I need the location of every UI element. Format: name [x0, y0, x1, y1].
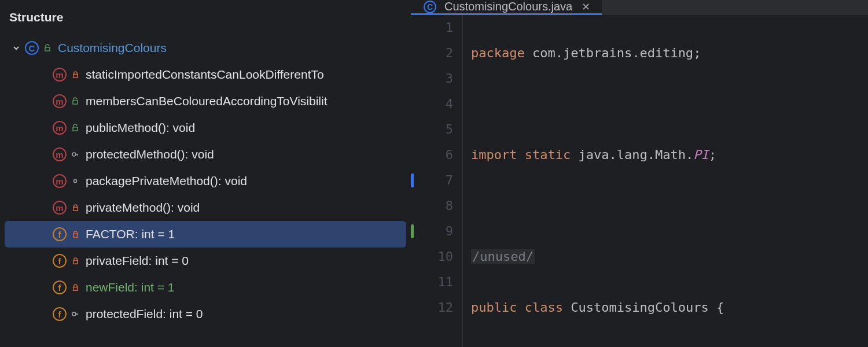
tree-item-label: protectedMethod(): void [82, 147, 214, 161]
tree-item[interactable]: m staticImportedConstantsCanLookDifferen… [0, 61, 411, 88]
line-number: 12 [411, 295, 453, 320]
public-lock-icon [68, 124, 82, 132]
line-number: 10 [411, 244, 453, 270]
private-lock-icon [68, 257, 82, 265]
tree-item-label: membersCanBeColouredAccordingToVisibilit [82, 94, 327, 108]
code-content[interactable]: package com.jetbrains.editing; import st… [463, 15, 868, 347]
tree-item[interactable]: m packagePrivateMethod(): void [0, 168, 411, 194]
class-icon: C [23, 41, 41, 55]
field-icon: f [51, 307, 68, 321]
protected-key-icon [68, 150, 82, 158]
field-icon: f [51, 254, 68, 268]
public-lock-icon [68, 97, 82, 105]
editor-panel: C CustomisingColours.java ✕ 1 2 3 4 5 6 … [411, 0, 868, 347]
tree-item-label: packagePrivateMethod(): void [82, 174, 247, 188]
private-lock-icon [68, 204, 82, 212]
package-visibility-icon [68, 178, 82, 184]
structure-title: Structure [0, 0, 411, 35]
line-number: 9 [411, 219, 453, 244]
tree-item-label: privateField: int = 0 [82, 254, 189, 268]
tree-item[interactable]: f newField: int = 1 [0, 274, 411, 301]
public-lock-icon [41, 44, 54, 52]
line-number: 8 [411, 193, 453, 219]
line-number: 3 [411, 66, 453, 91]
method-icon: m [51, 147, 68, 161]
field-icon: f [51, 280, 68, 294]
svg-point-2 [72, 312, 76, 316]
gutter: 1 2 3 4 5 6 7 8 9 10 11 12 [411, 15, 463, 347]
private-lock-icon [68, 231, 82, 238]
tree-item[interactable]: m membersCanBeColouredAccordingToVisibil… [0, 88, 411, 115]
tree-item-label: FACTOR: int = 1 [82, 227, 175, 241]
method-icon: m [51, 201, 68, 215]
tab-bar: C CustomisingColours.java ✕ [411, 0, 868, 15]
line-number: 1 [411, 15, 453, 40]
tab-filename: CustomisingColours.java [444, 0, 572, 13]
tree-item[interactable]: m publicMethod(): void [0, 115, 411, 141]
structure-tree: C CustomisingColours m staticImportedCon… [0, 35, 411, 347]
class-icon: C [421, 1, 439, 13]
tree-root-label: CustomisingColours [54, 41, 167, 55]
tree-item-label: protectedField: int = 0 [82, 307, 203, 321]
chevron-down-icon[interactable] [9, 44, 23, 52]
tree-item-label: privateMethod(): void [82, 201, 200, 215]
change-marker-added-icon [411, 224, 414, 238]
tree-item[interactable]: m protectedMethod(): void [0, 141, 411, 168]
tree-item[interactable]: m privateMethod(): void [0, 194, 411, 221]
change-marker-modified-icon [411, 174, 414, 187]
tree-item[interactable]: f privateField: int = 0 [0, 248, 411, 274]
private-lock-icon [68, 284, 82, 291]
protected-key-icon [68, 310, 82, 318]
tree-item-selected[interactable]: f FACTOR: int = 1 [5, 221, 406, 248]
method-icon: m [51, 174, 68, 188]
tree-root-class[interactable]: C CustomisingColours [0, 35, 411, 61]
line-number: 5 [411, 117, 453, 142]
private-lock-icon [68, 71, 82, 79]
close-tab-icon[interactable]: ✕ [578, 1, 590, 13]
tab-customising-colours[interactable]: C CustomisingColours.java ✕ [411, 0, 602, 15]
method-icon: m [51, 121, 68, 135]
svg-point-1 [74, 180, 77, 183]
line-number: 6 [411, 142, 453, 168]
method-icon: m [51, 94, 68, 108]
tree-item-label: newField: int = 1 [82, 280, 175, 294]
tree-item[interactable]: f protectedField: int = 0 [0, 301, 411, 327]
code-editor[interactable]: 1 2 3 4 5 6 7 8 9 10 11 12 package com.j… [411, 15, 868, 347]
tree-item-label: publicMethod(): void [82, 121, 195, 135]
method-icon: m [51, 68, 68, 82]
line-number: 4 [411, 91, 453, 117]
line-number: 7 [411, 168, 453, 193]
svg-point-0 [72, 153, 76, 156]
tree-item-label: staticImportedConstantsCanLookDifferentT… [82, 68, 324, 82]
line-number: 11 [411, 270, 453, 295]
line-number: 2 [411, 40, 453, 66]
field-icon: f [51, 227, 68, 241]
structure-panel: Structure C CustomisingColours m staticI… [0, 0, 411, 347]
